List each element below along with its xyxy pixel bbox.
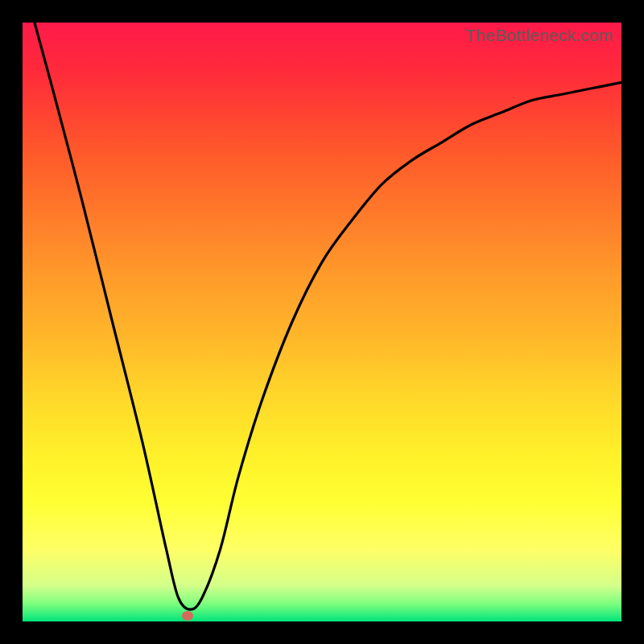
watermark-text: TheBottleneck.com <box>466 26 613 45</box>
plot-area: TheBottleneck.com <box>23 23 621 621</box>
curve-svg <box>23 23 621 621</box>
bottleneck-curve <box>35 23 621 609</box>
minimum-marker <box>182 611 193 621</box>
